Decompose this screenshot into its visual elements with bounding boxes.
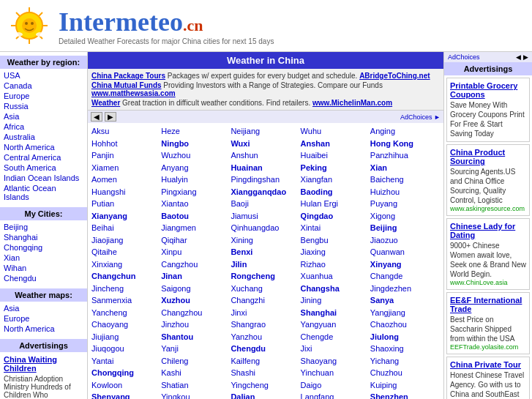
city-grid-item[interactable]: Jiuqogou — [91, 343, 161, 355]
sidebar-city-link[interactable]: Chengdu — [4, 273, 83, 283]
city-grid-item[interactable]: Xian — [370, 162, 440, 174]
city-grid-item[interactable]: Yichang — [370, 355, 440, 368]
city-grid-item[interactable]: Xigong — [370, 210, 440, 223]
city-grid-item[interactable]: Jiaozuo — [370, 234, 440, 247]
city-grid-item[interactable]: Pingdingshan — [231, 174, 300, 186]
city-grid-item[interactable]: Hualyin — [161, 174, 231, 186]
sidebar-city-link[interactable]: Chongqing — [4, 242, 83, 253]
city-grid-item[interactable]: Kowloon — [91, 379, 161, 392]
city-grid-item[interactable]: Qingdao — [301, 210, 370, 223]
city-grid-item[interactable]: Huaibei — [301, 149, 370, 162]
right-ad-link[interactable]: www.askingresource.com — [450, 205, 526, 212]
city-grid-item[interactable]: Baotou — [161, 210, 231, 223]
city-grid-item[interactable]: Shatian — [161, 379, 231, 392]
city-grid-item[interactable]: Kuiping — [370, 379, 440, 392]
right-ad-link[interactable]: EEFTrade.yolasite.com — [450, 343, 526, 351]
city-grid-item[interactable]: Beihai — [91, 222, 161, 234]
sidebar-map-link[interactable]: North America — [4, 324, 83, 334]
city-grid-item[interactable]: Jinxi — [231, 307, 300, 319]
site-logo-title[interactable]: Intermeteo.cn — [59, 7, 274, 37]
city-grid-item[interactable]: Changchun — [91, 270, 161, 283]
city-grid-item[interactable]: Jiangmen — [161, 222, 231, 234]
center-ad-link[interactable]: ABridgeToChing.net — [359, 72, 430, 80]
city-grid-item[interactable]: Xiangganqdao — [231, 186, 300, 198]
city-grid-item[interactable]: Huizhou — [370, 186, 440, 198]
city-grid-item[interactable]: Peking — [301, 162, 370, 174]
city-grid-item[interactable]: Jixi — [301, 343, 370, 355]
city-grid-item[interactable]: Xianyang — [91, 210, 161, 223]
right-ad-title[interactable]: China Product Sourcing — [450, 148, 526, 165]
city-grid-item[interactable]: Xuzhou — [161, 294, 231, 307]
city-grid-item[interactable]: Saigong — [161, 283, 231, 295]
sidebar-region-link[interactable]: Australia — [4, 132, 83, 142]
city-grid-item[interactable]: Yingkou — [161, 391, 231, 399]
city-grid-item[interactable]: Xuchang — [231, 283, 300, 295]
city-grid-item[interactable]: Anshun — [231, 149, 300, 162]
center-ad-title[interactable]: Weather — [91, 99, 120, 107]
city-grid-item[interactable]: Yingcheng — [231, 379, 300, 392]
sidebar-ad-title[interactable]: China Waiting Children — [4, 355, 57, 373]
city-grid-item[interactable]: Chaozhou — [370, 318, 440, 331]
sidebar-city-link[interactable]: Xian — [4, 253, 83, 263]
city-grid-item[interactable]: Anshan — [301, 138, 370, 150]
city-grid-item[interactable]: Hong Kong — [370, 138, 440, 150]
sidebar-map-link[interactable]: Asia — [4, 303, 83, 313]
city-grid-item[interactable]: Xinxiang — [91, 258, 161, 271]
city-grid-item[interactable]: Jinan — [161, 270, 231, 283]
city-grid-item[interactable]: Xiangfan — [301, 174, 370, 186]
city-grid-item[interactable]: Xintai — [301, 222, 370, 234]
city-grid-item[interactable]: Shashi — [231, 367, 300, 379]
city-grid-item[interactable]: Chengdu — [231, 343, 300, 355]
center-ad-title[interactable]: China Mutual Funds — [91, 81, 162, 89]
city-grid-item[interactable]: Yancheng — [91, 307, 161, 319]
city-grid-item[interactable]: Kashi — [161, 367, 231, 379]
city-grid-item[interactable]: Chileng — [161, 355, 231, 368]
city-grid-item[interactable]: Jiaojiang — [91, 234, 161, 247]
sidebar-city-link[interactable]: Shanghai — [4, 232, 83, 242]
right-ad-link[interactable]: www.ChinLove.asia — [450, 279, 526, 286]
city-grid-item[interactable]: Shantou — [161, 331, 231, 343]
city-grid-item[interactable]: Jiaxing — [301, 246, 370, 258]
city-grid-item[interactable]: Qitaihe — [91, 246, 161, 258]
city-grid-item[interactable]: Yinchuan — [301, 367, 370, 379]
city-grid-item[interactable]: Hohhot — [91, 138, 161, 150]
city-grid-item[interactable]: Shangrao — [231, 318, 300, 331]
city-grid-item[interactable]: Anyang — [161, 162, 231, 174]
right-ad-title[interactable]: China Private Tour — [450, 360, 526, 369]
city-grid-item[interactable]: Jiamusi — [231, 210, 300, 223]
city-grid-item[interactable]: Chaoyang — [91, 318, 161, 331]
city-grid-item[interactable]: Changzhou — [161, 307, 231, 319]
city-grid-item[interactable]: Jingdezhen — [370, 283, 440, 295]
city-grid-item[interactable]: Jiujiang — [91, 331, 161, 343]
city-grid-item[interactable]: Putian — [91, 198, 161, 210]
right-ad-title[interactable]: Printable Grocery Coupons — [450, 81, 526, 99]
city-grid-item[interactable]: Changzhi — [231, 294, 300, 307]
sidebar-city-link[interactable]: Wihan — [4, 263, 83, 273]
sidebar-region-link[interactable]: Russia — [4, 101, 83, 111]
city-grid-item[interactable]: Pingxiang — [161, 186, 231, 198]
city-grid-item[interactable]: Rongcheng — [231, 270, 300, 283]
city-grid-item[interactable]: Shenzhen — [370, 391, 440, 399]
city-grid-item[interactable]: Anging — [370, 125, 440, 138]
sidebar-region-link[interactable]: Canada — [4, 81, 83, 91]
city-grid-item[interactable]: Xinyang — [370, 258, 440, 271]
city-grid-item[interactable]: Yangyuan — [301, 318, 370, 331]
city-grid-item[interactable]: Heze — [161, 125, 231, 138]
city-grid-item[interactable]: Changsha — [301, 283, 370, 295]
city-grid-item[interactable]: Sanmenxia — [91, 294, 161, 307]
city-grid-item[interactable]: Xuanhua — [301, 270, 370, 283]
sidebar-region-link[interactable]: Indian Ocean Islands — [4, 173, 83, 183]
adchoices-text[interactable]: AdChoices — [448, 53, 480, 61]
city-grid-item[interactable]: Aomen — [91, 174, 161, 186]
city-grid-item[interactable]: Sanya — [370, 294, 440, 307]
city-grid-item[interactable]: Rizhao — [301, 258, 370, 271]
city-grid-item[interactable]: Chuzhou — [370, 367, 440, 379]
city-grid-item[interactable]: Jining — [301, 294, 370, 307]
city-grid-item[interactable]: Yangjiang — [370, 307, 440, 319]
sidebar-region-link[interactable]: Africa — [4, 122, 83, 132]
city-grid-item[interactable]: Baicheng — [370, 174, 440, 186]
city-grid-item[interactable]: Jinzhou — [161, 318, 231, 331]
city-grid-item[interactable]: Panzhihua — [370, 149, 440, 162]
sidebar-region-link[interactable]: South America — [4, 163, 83, 173]
city-grid-item[interactable]: Langfang — [301, 391, 370, 399]
